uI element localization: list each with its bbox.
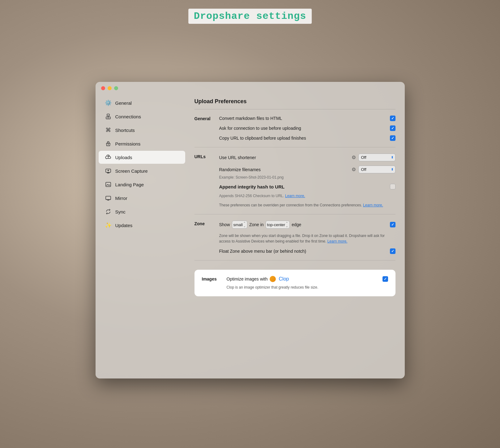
randomize-select[interactable]: Off On xyxy=(358,166,395,173)
svg-point-4 xyxy=(108,144,109,145)
zone-size-select[interactable]: small ⌃⌄ xyxy=(232,221,247,229)
page-title: Upload Preferences xyxy=(194,93,395,109)
zone-position-select[interactable]: top-center ⌃⌄ xyxy=(266,221,290,229)
checkbox-float[interactable]: ✓ xyxy=(390,248,395,254)
url-shortener-select[interactable]: Off On xyxy=(358,154,395,161)
pref-row-float: Float Zone above menu bar (or behind not… xyxy=(219,248,395,254)
check-icon-2: ✓ xyxy=(391,126,394,130)
pref-label-randomize: Randomize filenames xyxy=(219,167,261,172)
uploads-icon xyxy=(105,154,112,161)
check-icon-float: ✓ xyxy=(391,249,394,253)
checkbox-copy-url[interactable]: ✓ xyxy=(390,135,395,141)
optimize-text: Optimize images with xyxy=(227,277,268,281)
check-icon-zone: ✓ xyxy=(391,222,394,227)
urls-section-body: Use URL shortener ⚙ Off On ⬍ xyxy=(219,154,395,208)
mirror-icon xyxy=(105,195,112,201)
svg-rect-7 xyxy=(106,182,111,187)
pref-row-copy-url: Copy URL to clipboard before upload fini… xyxy=(219,135,395,141)
zone-in-text: Zone in xyxy=(249,222,264,227)
checkbox-optimize[interactable]: ✓ xyxy=(382,276,388,282)
pref-row-zone: Show small ⌃⌄ Zone in top-center ⌃⌄ xyxy=(219,221,395,229)
general-section-body: Convert markdown files to HTML ✓ Ask for… xyxy=(219,116,395,141)
sidebar-label-shortcuts: Shortcuts xyxy=(115,128,135,133)
pref-row-url-shortener: Use URL shortener ⚙ Off On ⬍ xyxy=(219,154,395,161)
note-text-content: These preferences can be overriden per c… xyxy=(219,203,362,207)
randomize-select-wrapper: Off On ⬍ xyxy=(358,166,395,173)
edge-text: edge xyxy=(292,222,301,227)
urls-section-row: URLs Use URL shortener ⚙ Off On xyxy=(194,154,395,208)
pref-row-optimize: Optimize images with Clop ✓ xyxy=(227,276,388,282)
gear-icon: ⚙️ xyxy=(105,99,112,106)
close-button[interactable] xyxy=(101,86,105,90)
clop-note: Clop is an image optimizer that greatly … xyxy=(227,285,388,290)
url-shortener-gear-icon[interactable]: ⚙ xyxy=(352,154,356,160)
optimize-label-group: Optimize images with Clop xyxy=(227,276,289,282)
note-text: These preferences can be overriden per c… xyxy=(219,202,395,208)
sync-icon xyxy=(105,208,112,215)
sidebar-item-mirror[interactable]: Mirror xyxy=(99,192,185,205)
sidebar-label-screen-capture: Screen Capture xyxy=(115,168,148,174)
checkbox-integrity[interactable] xyxy=(390,184,395,189)
window: ⚙️ General Connections ⌘ Shortcuts xyxy=(96,82,405,378)
checkbox-zone[interactable]: ✓ xyxy=(390,222,395,227)
check-icon-3: ✓ xyxy=(391,136,394,140)
zone-section-label: Zone xyxy=(194,221,216,226)
sidebar-item-sync[interactable]: Sync xyxy=(99,205,185,218)
permissions-icon xyxy=(105,140,112,147)
sidebar-label-landing-page: Landing Page xyxy=(115,182,144,187)
pref-row-convert-markdown: Convert markdown files to HTML ✓ xyxy=(219,116,395,121)
randomize-controls: ⚙ Off On ⬍ xyxy=(352,166,395,173)
sidebar-item-landing-page[interactable]: Landing Page xyxy=(99,178,185,191)
landing-page-icon xyxy=(105,181,112,188)
sidebar-item-general[interactable]: ⚙️ General xyxy=(99,96,185,109)
zone-row: Show small ⌃⌄ Zone in top-center ⌃⌄ xyxy=(219,221,390,229)
images-section-label: Images xyxy=(202,276,224,281)
learn-more-zone[interactable]: Learn more. xyxy=(327,239,348,243)
pref-row-ask-connection: Ask for connection to use before uploadi… xyxy=(219,125,395,131)
clop-label[interactable]: Clop xyxy=(279,276,289,282)
checkbox-ask-connection[interactable]: ✓ xyxy=(390,125,395,131)
zone-size-value: small xyxy=(233,222,243,227)
pref-label-copy-url: Copy URL to clipboard before upload fini… xyxy=(219,136,306,141)
shortcuts-icon: ⌘ xyxy=(105,127,112,133)
check-icon-optimize: ✓ xyxy=(384,277,387,281)
sidebar-item-screen-capture[interactable]: Screen Capture xyxy=(99,164,185,177)
sidebar-label-permissions: Permissions xyxy=(115,141,141,146)
zone-note-text: Zone will be shown when you start draggi… xyxy=(219,234,385,243)
images-section: Images Optimize images with Clop ✓ xyxy=(194,270,395,296)
sidebar: ⚙️ General Connections ⌘ Shortcuts xyxy=(96,93,188,378)
url-shortener-controls: ⚙ Off On ⬍ xyxy=(352,154,395,161)
sidebar-label-updates: Updates xyxy=(115,223,133,228)
checkbox-convert-markdown[interactable]: ✓ xyxy=(390,116,395,121)
pref-label-ask-connection: Ask for connection to use before uploadi… xyxy=(219,126,301,131)
connections-icon xyxy=(105,113,112,120)
randomize-gear-icon[interactable]: ⚙ xyxy=(352,167,356,172)
zone-section-row: Zone Show small ⌃⌄ Zone in xyxy=(194,221,395,254)
integrity-hint: Appends SHA2-256 Checksum to URL. Learn … xyxy=(219,194,395,198)
sidebar-item-connections[interactable]: Connections xyxy=(99,110,185,123)
sidebar-label-general: General xyxy=(115,100,132,106)
pref-label-convert-markdown: Convert markdown files to HTML xyxy=(219,116,282,121)
maximize-button[interactable] xyxy=(114,86,118,90)
clop-app-icon xyxy=(270,276,276,282)
sidebar-item-updates[interactable]: ✨ Updates xyxy=(99,219,185,232)
hint-text-example: Example: Screen-Shot-2023-01-01.png xyxy=(219,175,395,180)
zone-position-value: top-center xyxy=(267,222,285,227)
title-bar-label: Dropshare settings xyxy=(188,9,312,24)
images-section-row: Images Optimize images with Clop ✓ xyxy=(202,276,388,290)
pref-label-url-shortener: Use URL shortener xyxy=(219,155,256,160)
sidebar-item-uploads[interactable]: Uploads xyxy=(99,151,185,164)
general-section-label: General xyxy=(194,116,216,121)
sidebar-label-mirror: Mirror xyxy=(115,196,127,201)
learn-more-link-1[interactable]: Learn more. xyxy=(285,194,305,198)
sidebar-item-permissions[interactable]: Permissions xyxy=(99,137,185,150)
sidebar-label-uploads: Uploads xyxy=(115,155,132,160)
minimize-button[interactable] xyxy=(108,86,112,90)
sidebar-label-connections: Connections xyxy=(115,114,141,119)
zone-section: Zone Show small ⌃⌄ Zone in xyxy=(194,214,395,260)
url-shortener-select-wrapper: Off On ⬍ xyxy=(358,154,395,161)
window-body: ⚙️ General Connections ⌘ Shortcuts xyxy=(96,93,405,378)
pref-label-integrity: Append integrity hash to URL xyxy=(219,184,285,189)
learn-more-link-2[interactable]: Learn more. xyxy=(363,203,383,207)
sidebar-item-shortcuts[interactable]: ⌘ Shortcuts xyxy=(99,124,185,137)
